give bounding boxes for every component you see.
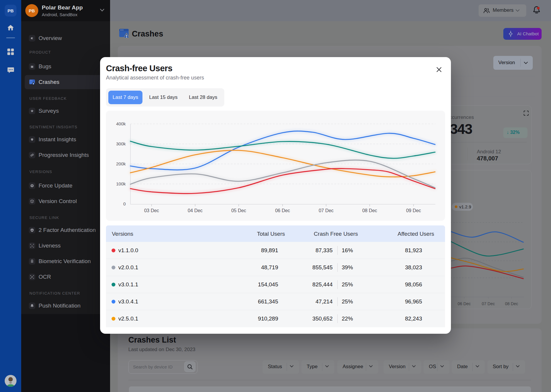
svg-text:06 Dec: 06 Dec — [458, 301, 471, 306]
svg-text:0: 0 — [123, 201, 126, 206]
svg-text:400k: 400k — [116, 121, 126, 126]
svg-text:100k: 100k — [116, 181, 126, 186]
svg-text:08 Dec: 08 Dec — [362, 208, 377, 213]
svg-text:07 Dec: 07 Dec — [482, 301, 495, 306]
svg-text:05 Dec: 05 Dec — [231, 208, 246, 213]
svg-text:09 Dec: 09 Dec — [406, 208, 421, 213]
svg-text:04 Dec: 04 Dec — [188, 208, 203, 213]
svg-text:300k: 300k — [116, 141, 126, 146]
svg-text:07 Dec: 07 Dec — [319, 208, 334, 213]
svg-text:03 Dec: 03 Dec — [144, 208, 159, 213]
svg-text:08 Dec: 08 Dec — [505, 301, 518, 306]
svg-text:06 Dec: 06 Dec — [275, 208, 290, 213]
svg-text:200k: 200k — [116, 161, 126, 166]
